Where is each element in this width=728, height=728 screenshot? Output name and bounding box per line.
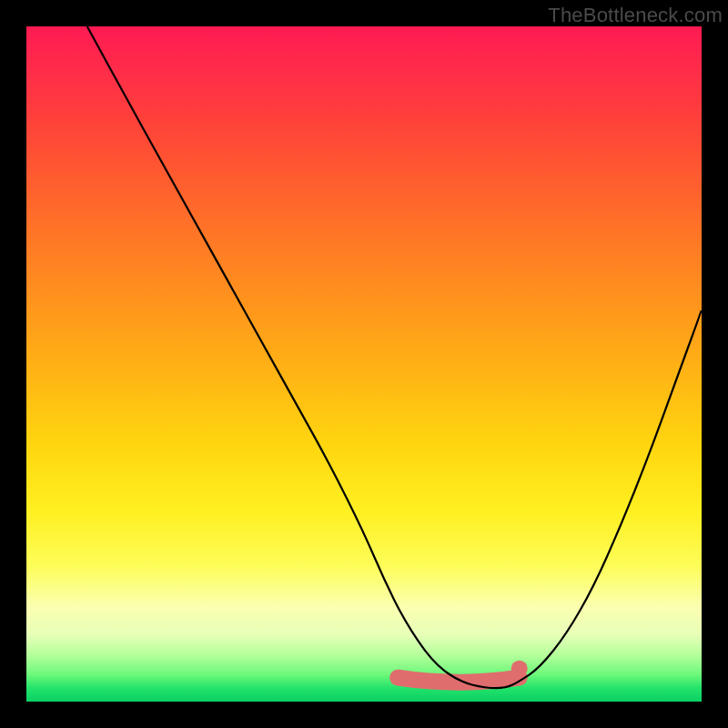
optimal-range-end-dot [511,661,528,677]
curve-layer [26,26,702,702]
bottleneck-curve [87,26,702,688]
chart-frame: TheBottleneck.com [0,0,728,728]
watermark-text: TheBottleneck.com [548,4,723,27]
